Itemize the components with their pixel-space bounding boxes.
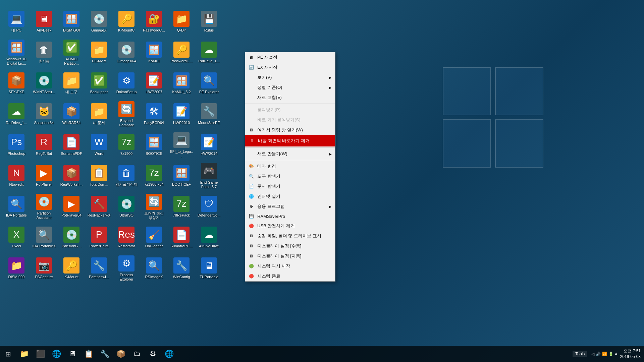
desktop-icon-airlivedrive[interactable]: ☁AirLiveDrive (196, 223, 222, 253)
desktop-icon-winntsetup[interactable]: 💿WinNTSetu... (31, 68, 57, 99)
desktop-icon-totalcmd[interactable]: 📋TotalCom... (86, 161, 112, 191)
desktop-icon-end-game[interactable]: 🎮End Game Patch 3.7 (196, 161, 222, 191)
desktop-icon-recycle[interactable]: 🗑휴지통 (31, 38, 57, 68)
desktop-icon-snapshot64[interactable]: 🐱Snapshot64 (31, 99, 57, 129)
context-menu-item-remove-shortcut[interactable]: 🖥바탕 화면의 바로가기 제거 (245, 135, 335, 146)
context-menu-item-hidden-files[interactable]: 🖥숨김 파일, 폴더 및 드라이브 표시 (245, 231, 335, 241)
desktop-icon-passwordc[interactable]: 🔐PasswordC... (141, 7, 167, 37)
desktop-icon-my-docs[interactable]: 📁내 문서 (86, 99, 112, 129)
desktop-icon-fscapture[interactable]: 📷FSCapture (31, 253, 57, 284)
desktop-icon-defenderco[interactable]: 🛡DefenderCo... (196, 192, 222, 222)
desktop-icon-78repack[interactable]: 7z78RePack (168, 192, 195, 222)
context-menu-item-sys-restart[interactable]: 🟢시스템 다시 시작 (245, 261, 335, 271)
desktop-icon-regworksh[interactable]: 📦RegWorksh... (58, 161, 85, 191)
desktop-icon-passwordc2[interactable]: 🔑PasswordC... (168, 38, 195, 68)
desktop-icon-sfx-exe[interactable]: 📦SFX-EXE (3, 68, 30, 99)
desktop-icon-rufus[interactable]: 💾Rufus (196, 7, 222, 37)
context-menu-item-theme[interactable]: 🎨테마 변경 (245, 161, 335, 171)
desktop-icon-sumatrapdf[interactable]: 📄SumatraPDF (58, 130, 85, 160)
desktop-icon-excel[interactable]: XExcel (3, 223, 30, 253)
desktop-icon-7z1900[interactable]: 7z7z1900 (113, 130, 140, 160)
context-menu-item-internet[interactable]: 🌐인터넷 열기 (245, 191, 335, 201)
desktop-icon-wincontig[interactable]: 🔧WinContig (168, 253, 195, 284)
desktop-icon-dokansetup[interactable]: ⚙DokanSetup (113, 68, 140, 99)
desktop-icon-hwp2010[interactable]: 📝HWP2010 (168, 99, 195, 129)
desktop-icon-gimagex64[interactable]: 💿GimageX64 (113, 38, 140, 68)
desktop-icon-potplayer[interactable]: ▶PotPlayer (31, 161, 57, 191)
desktop-icon-regtobat[interactable]: RRegToBat (31, 130, 57, 160)
desktop-icon-dism-fix[interactable]: 📁DISM-fix (86, 38, 112, 68)
context-menu-item-ramsaver[interactable]: 💾RAMSaverPro (245, 212, 335, 221)
context-menu-item-sys-shutdown[interactable]: 🔴시스템 종료 (245, 271, 335, 281)
context-menu-item-display-fix[interactable]: 🖥디스플레이 설정 [수동] (245, 241, 335, 251)
desktop-icon-aomei[interactable]: ✅AOMEI Partitio... (58, 38, 85, 68)
taskbar-item-network[interactable]: 🌐 (161, 346, 177, 362)
desktop-icon-partitionwi[interactable]: 🔧Partitionwi... (86, 253, 112, 284)
desktop-icon-my-tool[interactable]: 📁내 도구 (58, 68, 85, 99)
taskbar-item-control-panel[interactable]: 🖥 (64, 346, 80, 362)
desktop-icon-backupper[interactable]: ✅Backupper (86, 68, 112, 99)
context-menu-item-sort[interactable]: 정렬 기준(O) (245, 82, 335, 93)
desktop-icon-anydesk[interactable]: 🖥AnyDesk (31, 7, 57, 37)
desktop-icon-q-dir[interactable]: 📁Q-Dir (168, 7, 195, 37)
context-menu-item-pe-reset[interactable]: 🖥PE 재설정 (245, 52, 335, 62)
tools-button[interactable]: Tools (573, 351, 587, 357)
desktop-icon-efi-lega[interactable]: 💻EFI_to_Lega... (168, 130, 195, 160)
context-menu-item-tool-search[interactable]: 🔍도구 탐색기 (245, 171, 335, 181)
taskbar-item-apps2[interactable]: 📋 (80, 346, 97, 362)
desktop-icon-mountstorepe[interactable]: 🔧MountStorPE (196, 99, 222, 129)
taskbar-item-unknown3[interactable]: 🗂 (129, 346, 145, 362)
desktop-icon-tuportable[interactable]: 🖥TUPortable (196, 253, 222, 284)
context-menu-item-refresh[interactable]: 새로 고침(E) (245, 93, 335, 103)
context-menu-item-doc-search[interactable]: 📄문서 탐색기 (245, 181, 335, 191)
context-menu-item-apps[interactable]: ⚙응용 프로그램 (245, 201, 335, 212)
desktop-icon-k-mountc[interactable]: 🔑K-MountC (113, 7, 140, 37)
desktop-icon-win10lic[interactable]: 🪟Windows 10 Digital Lic... (3, 38, 30, 68)
clock[interactable]: 오전 7:51 2019-05-03 (620, 348, 641, 360)
desktop-icon-word[interactable]: WWord (86, 130, 112, 160)
desktop-icon-ida-portable[interactable]: 🔍IDA Portable (3, 192, 30, 222)
desktop-icon-komui32[interactable]: 🪟KoMUI_3.2 (168, 68, 195, 99)
taskbar-item-file-explorer[interactable]: 📁 (16, 346, 32, 362)
desktop-icon-powerpoint[interactable]: PPowerPoint (86, 223, 112, 253)
desktop-icon-my-pc[interactable]: 💻내 PC (3, 7, 30, 37)
taskbar-item-terminal[interactable]: ⬛ (32, 346, 48, 362)
desktop-icon-bootice-plus[interactable]: 🪟BOOTICE+ (168, 161, 195, 191)
context-menu-item-view[interactable]: 보기(V) (245, 72, 335, 82)
context-menu-item-usb-safe[interactable]: 🔴USB 안전하게 제거 (245, 221, 335, 231)
desktop-icon-reshackerfx[interactable]: 🔨ResHackerFX (86, 192, 112, 222)
desktop-icon-hwp2007[interactable]: 📝HWP2007 (141, 68, 167, 99)
taskbar-item-ie[interactable]: 🌐 (48, 346, 64, 362)
desktop-icon-restorator[interactable]: ResRestorator (113, 223, 140, 253)
desktop-icon-gimagex[interactable]: 💿GimageX (86, 7, 112, 37)
desktop-icon-ntpwedit[interactable]: NNtpwedit (3, 161, 30, 191)
desktop-icon-uninstaller[interactable]: 🗑임시폴더삭제 (113, 161, 140, 191)
desktop-icon-bootice[interactable]: 🪟BOOTICE (141, 130, 167, 160)
desktop-icon-raidrive[interactable]: ☁RaiDrive_1... (196, 38, 222, 68)
taskbar-item-unknown2[interactable]: 📦 (113, 346, 129, 362)
desktop-icon-sumatrapd2[interactable]: 📄SumatraPD... (168, 223, 195, 253)
context-menu-item-open-cmd[interactable]: 🖥여기서 명령 창 열기(W) (245, 125, 335, 135)
desktop-icon-dism-gui[interactable]: 🪟DISM GUI (58, 7, 85, 37)
desktop-icon-7z1900-64[interactable]: 7z7z1900-x64 (141, 161, 167, 191)
desktop-icon-tracker[interactable]: 🔄트래커 최신 생성기 (141, 192, 167, 222)
desktop-icon-k-mount[interactable]: 🔑K-Mount (58, 253, 85, 284)
taskbar-item-unknown1[interactable]: 🔧 (97, 346, 113, 362)
context-menu-item-display-auto[interactable]: 🖥디스플레이 설정 [자동] (245, 251, 335, 261)
desktop-icon-hwp2014[interactable]: 📝HWP2014 (196, 130, 222, 160)
keyboard-lang[interactable]: A (615, 352, 617, 356)
volume-icon[interactable]: 🔊 (596, 352, 601, 356)
taskbar-item-unknown4[interactable]: ⚙ (145, 346, 161, 362)
desktop-icon-komui[interactable]: 🪟KoMUI (141, 38, 167, 68)
desktop-icon-partition-asst[interactable]: 💿Partition Assistant (31, 192, 57, 222)
desktop-icon-beyond-compare[interactable]: 🔄Beyond Compare (113, 99, 140, 129)
desktop-icon-photoshop[interactable]: PsPhotoshop (3, 130, 30, 160)
desktop-icon-dism999[interactable]: 📁DISM 999 (3, 253, 30, 284)
desktop-icon-proc-explorer[interactable]: ⚙Process Explorer (113, 253, 140, 284)
desktop-icon-pe-explorer[interactable]: 🔍PE Explorer (196, 68, 222, 99)
desktop-icon-easybcd64[interactable]: 🛠EasyBCD64 (141, 99, 167, 129)
desktop-icon-uncleaner[interactable]: 🧹UnCleaner (141, 223, 167, 253)
context-menu-item-ex-reset[interactable]: 🔄EX 재시작 (245, 62, 335, 72)
desktop-icon-potplayer64[interactable]: ▶PotPlayer64 (58, 192, 85, 222)
start-button[interactable]: ⊞ (0, 346, 16, 362)
